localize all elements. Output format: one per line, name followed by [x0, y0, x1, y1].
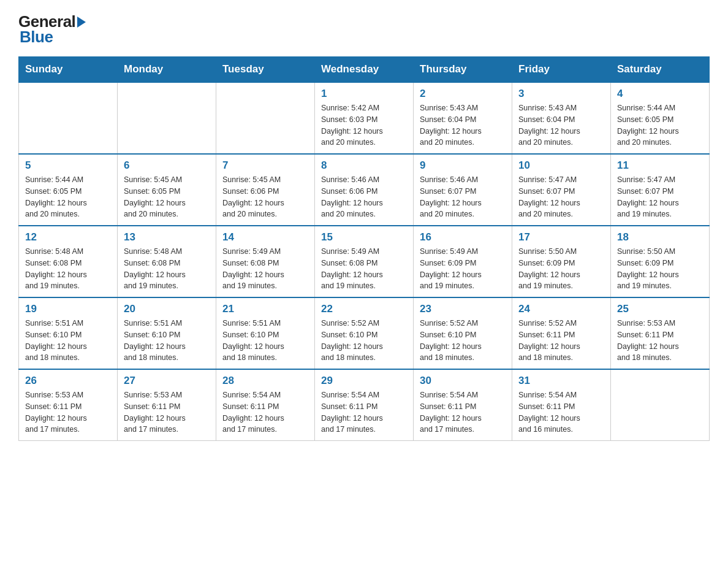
calendar-week-row: 12Sunrise: 5:48 AM Sunset: 6:08 PM Dayli… — [19, 226, 710, 297]
day-number: 3 — [518, 88, 604, 100]
day-number: 16 — [420, 231, 506, 243]
calendar-week-row: 5Sunrise: 5:44 AM Sunset: 6:05 PM Daylig… — [19, 154, 710, 226]
day-info: Sunrise: 5:49 AM Sunset: 6:08 PM Dayligh… — [222, 246, 308, 292]
day-info: Sunrise: 5:46 AM Sunset: 6:07 PM Dayligh… — [420, 174, 506, 220]
calendar-cell: 21Sunrise: 5:51 AM Sunset: 6:10 PM Dayli… — [216, 297, 315, 369]
day-header-friday: Friday — [512, 57, 611, 83]
day-info: Sunrise: 5:54 AM Sunset: 6:11 PM Dayligh… — [321, 389, 407, 435]
day-number: 23 — [420, 303, 506, 315]
day-header-monday: Monday — [118, 57, 216, 83]
day-number: 29 — [321, 375, 407, 387]
day-info: Sunrise: 5:43 AM Sunset: 6:04 PM Dayligh… — [420, 102, 506, 148]
day-number: 31 — [518, 375, 604, 387]
day-number: 24 — [518, 303, 604, 315]
calendar-cell: 4Sunrise: 5:44 AM Sunset: 6:05 PM Daylig… — [611, 82, 710, 154]
calendar-cell: 14Sunrise: 5:49 AM Sunset: 6:08 PM Dayli… — [216, 226, 315, 297]
calendar-cell: 8Sunrise: 5:46 AM Sunset: 6:06 PM Daylig… — [315, 154, 414, 226]
day-info: Sunrise: 5:44 AM Sunset: 6:05 PM Dayligh… — [25, 174, 111, 220]
day-header-wednesday: Wednesday — [315, 57, 414, 83]
day-info: Sunrise: 5:52 AM Sunset: 6:10 PM Dayligh… — [420, 318, 506, 364]
logo: General Blue — [18, 12, 90, 47]
day-number: 26 — [25, 375, 111, 387]
calendar-cell: 24Sunrise: 5:52 AM Sunset: 6:11 PM Dayli… — [512, 297, 611, 369]
day-number: 28 — [222, 375, 308, 387]
calendar-cell: 12Sunrise: 5:48 AM Sunset: 6:08 PM Dayli… — [19, 226, 118, 297]
day-info: Sunrise: 5:53 AM Sunset: 6:11 PM Dayligh… — [25, 389, 111, 435]
svg-marker-0 — [77, 17, 86, 28]
logo-blue-text: Blue — [18, 28, 53, 47]
day-header-sunday: Sunday — [19, 57, 118, 83]
calendar-cell: 30Sunrise: 5:54 AM Sunset: 6:11 PM Dayli… — [414, 369, 512, 441]
day-number: 13 — [124, 231, 210, 243]
day-info: Sunrise: 5:45 AM Sunset: 6:06 PM Dayligh… — [222, 174, 308, 220]
day-info: Sunrise: 5:51 AM Sunset: 6:10 PM Dayligh… — [124, 318, 210, 364]
calendar-cell: 27Sunrise: 5:53 AM Sunset: 6:11 PM Dayli… — [118, 369, 216, 441]
calendar-week-row: 19Sunrise: 5:51 AM Sunset: 6:10 PM Dayli… — [19, 297, 710, 369]
day-number: 14 — [222, 231, 308, 243]
day-number: 20 — [124, 303, 210, 315]
day-number: 4 — [617, 88, 703, 100]
calendar-cell: 5Sunrise: 5:44 AM Sunset: 6:05 PM Daylig… — [19, 154, 118, 226]
day-number: 2 — [420, 88, 506, 100]
calendar-cell: 28Sunrise: 5:54 AM Sunset: 6:11 PM Dayli… — [216, 369, 315, 441]
calendar-week-row: 26Sunrise: 5:53 AM Sunset: 6:11 PM Dayli… — [19, 369, 710, 441]
day-info: Sunrise: 5:51 AM Sunset: 6:10 PM Dayligh… — [25, 318, 111, 364]
calendar-cell: 7Sunrise: 5:45 AM Sunset: 6:06 PM Daylig… — [216, 154, 315, 226]
day-info: Sunrise: 5:49 AM Sunset: 6:09 PM Dayligh… — [420, 246, 506, 292]
calendar-cell: 23Sunrise: 5:52 AM Sunset: 6:10 PM Dayli… — [414, 297, 512, 369]
day-number: 25 — [617, 303, 703, 315]
day-info: Sunrise: 5:47 AM Sunset: 6:07 PM Dayligh… — [518, 174, 604, 220]
day-number: 9 — [420, 159, 506, 172]
day-info: Sunrise: 5:48 AM Sunset: 6:08 PM Dayligh… — [124, 246, 210, 292]
day-number: 7 — [222, 159, 308, 172]
day-info: Sunrise: 5:42 AM Sunset: 6:03 PM Dayligh… — [321, 102, 407, 148]
day-info: Sunrise: 5:54 AM Sunset: 6:11 PM Dayligh… — [518, 389, 604, 435]
calendar-cell — [19, 82, 118, 154]
logo-arrow-icon — [77, 15, 89, 29]
day-info: Sunrise: 5:53 AM Sunset: 6:11 PM Dayligh… — [124, 389, 210, 435]
day-info: Sunrise: 5:51 AM Sunset: 6:10 PM Dayligh… — [222, 318, 308, 364]
day-number: 22 — [321, 303, 407, 315]
day-number: 19 — [25, 303, 111, 315]
calendar-table: SundayMondayTuesdayWednesdayThursdayFrid… — [18, 56, 710, 441]
day-number: 5 — [25, 159, 111, 172]
day-info: Sunrise: 5:50 AM Sunset: 6:09 PM Dayligh… — [617, 246, 703, 292]
day-number: 21 — [222, 303, 308, 315]
day-number: 17 — [518, 231, 604, 243]
calendar-cell — [216, 82, 315, 154]
calendar-cell: 11Sunrise: 5:47 AM Sunset: 6:07 PM Dayli… — [611, 154, 710, 226]
day-header-saturday: Saturday — [611, 57, 710, 83]
calendar-cell: 2Sunrise: 5:43 AM Sunset: 6:04 PM Daylig… — [414, 82, 512, 154]
day-info: Sunrise: 5:46 AM Sunset: 6:06 PM Dayligh… — [321, 174, 407, 220]
calendar-cell: 26Sunrise: 5:53 AM Sunset: 6:11 PM Dayli… — [19, 369, 118, 441]
day-header-thursday: Thursday — [414, 57, 512, 83]
calendar-week-row: 1Sunrise: 5:42 AM Sunset: 6:03 PM Daylig… — [19, 82, 710, 154]
day-info: Sunrise: 5:50 AM Sunset: 6:09 PM Dayligh… — [518, 246, 604, 292]
calendar-cell: 25Sunrise: 5:53 AM Sunset: 6:11 PM Dayli… — [611, 297, 710, 369]
day-info: Sunrise: 5:43 AM Sunset: 6:04 PM Dayligh… — [518, 102, 604, 148]
day-number: 10 — [518, 159, 604, 172]
calendar-cell: 15Sunrise: 5:49 AM Sunset: 6:08 PM Dayli… — [315, 226, 414, 297]
calendar-cell: 22Sunrise: 5:52 AM Sunset: 6:10 PM Dayli… — [315, 297, 414, 369]
day-number: 18 — [617, 231, 703, 243]
calendar-cell: 1Sunrise: 5:42 AM Sunset: 6:03 PM Daylig… — [315, 82, 414, 154]
day-number: 15 — [321, 231, 407, 243]
calendar-cell: 6Sunrise: 5:45 AM Sunset: 6:05 PM Daylig… — [118, 154, 216, 226]
day-number: 30 — [420, 375, 506, 387]
calendar-cell: 13Sunrise: 5:48 AM Sunset: 6:08 PM Dayli… — [118, 226, 216, 297]
day-number: 11 — [617, 159, 703, 172]
calendar-cell: 3Sunrise: 5:43 AM Sunset: 6:04 PM Daylig… — [512, 82, 611, 154]
calendar-cell: 10Sunrise: 5:47 AM Sunset: 6:07 PM Dayli… — [512, 154, 611, 226]
day-info: Sunrise: 5:54 AM Sunset: 6:11 PM Dayligh… — [420, 389, 506, 435]
day-info: Sunrise: 5:47 AM Sunset: 6:07 PM Dayligh… — [617, 174, 703, 220]
calendar-cell: 16Sunrise: 5:49 AM Sunset: 6:09 PM Dayli… — [414, 226, 512, 297]
calendar-cell: 31Sunrise: 5:54 AM Sunset: 6:11 PM Dayli… — [512, 369, 611, 441]
calendar-cell — [611, 369, 710, 441]
day-info: Sunrise: 5:45 AM Sunset: 6:05 PM Dayligh… — [124, 174, 210, 220]
day-info: Sunrise: 5:54 AM Sunset: 6:11 PM Dayligh… — [222, 389, 308, 435]
day-info: Sunrise: 5:48 AM Sunset: 6:08 PM Dayligh… — [25, 246, 111, 292]
calendar-header-row: SundayMondayTuesdayWednesdayThursdayFrid… — [19, 57, 710, 83]
day-number: 6 — [124, 159, 210, 172]
day-info: Sunrise: 5:52 AM Sunset: 6:10 PM Dayligh… — [321, 318, 407, 364]
calendar-cell — [118, 82, 216, 154]
